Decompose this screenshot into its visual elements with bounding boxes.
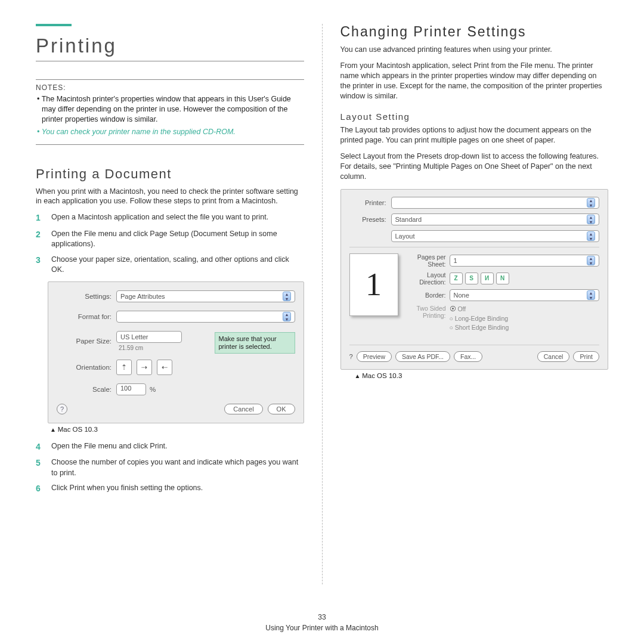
orientation-portrait-icon[interactable]: ⇡: [116, 360, 132, 375]
page-footer: 33 Using Your Printer with a Macintosh: [0, 613, 644, 632]
orientation-reverse-icon[interactable]: ⇠: [157, 360, 172, 375]
pages-per-sheet-select[interactable]: 1▴▾: [450, 255, 600, 267]
cancel-button[interactable]: Cancel: [224, 404, 262, 414]
notes-list: The Macintosh printer's properties windo…: [36, 94, 304, 145]
paragraph: The Layout tab provides options to adjus…: [340, 125, 609, 145]
layout-dir-icon[interactable]: И: [481, 273, 494, 284]
help-icon[interactable]: ?: [349, 353, 353, 360]
step-item: 5Choose the number of copies you want an…: [36, 457, 304, 478]
presets-select[interactable]: Standard▴▾: [391, 213, 600, 225]
chevron-updown-icon: ▴▾: [587, 231, 595, 241]
layout-dir-icon[interactable]: S: [465, 273, 478, 284]
format-for-select[interactable]: ▴▾: [116, 311, 295, 323]
fax-button[interactable]: Fax...: [454, 351, 482, 362]
paragraph: From your Macintosh application, select …: [340, 61, 609, 101]
step-item: 1Open a Macintosh application and select…: [36, 212, 304, 224]
paper-size-label: Paper Size:: [57, 338, 116, 345]
page-number: 33: [0, 613, 644, 621]
layout-preview: 1: [349, 253, 398, 316]
two-sided-label: Two Sided Printing:: [407, 305, 450, 319]
preview-button[interactable]: Preview: [357, 351, 392, 362]
left-column: Printing NOTES: The Macintosh printer's …: [18, 24, 323, 584]
save-pdf-button[interactable]: Save As PDF...: [395, 351, 450, 362]
printer-select[interactable]: ▴▾: [391, 197, 600, 209]
print-dialog: Printer: ▴▾ Presets: Standard▴▾ Layout▴▾…: [340, 189, 609, 370]
chevron-updown-icon: ▴▾: [587, 215, 595, 224]
scale-unit: %: [150, 386, 156, 393]
border-label: Border:: [407, 292, 450, 299]
format-for-label: Format for:: [57, 313, 116, 320]
scale-input[interactable]: 100: [116, 383, 146, 395]
orientation-landscape-icon[interactable]: ⇢: [137, 360, 152, 375]
border-select[interactable]: None▴▾: [450, 289, 600, 301]
page-setup-dialog: Settings: Page Attributes▴▾ Format for: …: [48, 281, 304, 423]
layout-dir-icon[interactable]: Z: [450, 273, 463, 284]
notes-label: NOTES:: [36, 79, 304, 92]
heading-printing: Printing: [36, 35, 304, 61]
scale-label: Scale:: [57, 386, 116, 393]
figure-caption: Mac OS 10.3: [355, 372, 609, 379]
radio-long[interactable]: Long-Edge Binding: [450, 314, 509, 324]
paragraph: Select Layout from the Presets drop-down…: [340, 151, 609, 182]
steps-list-2: 4Open the File menu and click Print. 5Ch…: [36, 441, 304, 495]
radio-short[interactable]: Short Edge Binding: [450, 323, 509, 333]
figure-caption: Mac OS 10.3: [50, 426, 304, 433]
print-button[interactable]: Print: [573, 351, 599, 362]
settings-select[interactable]: Page Attributes▴▾: [116, 290, 295, 302]
printer-label: Printer:: [349, 199, 391, 206]
presets-label: Presets:: [349, 216, 391, 223]
chevron-updown-icon: ▴▾: [587, 256, 595, 265]
chevron-updown-icon: ▴▾: [283, 312, 291, 321]
note-item: You can check your printer name in the s…: [36, 127, 304, 137]
cancel-button[interactable]: Cancel: [537, 351, 570, 362]
orientation-label: Orientation:: [57, 364, 116, 371]
footer-text: Using Your Printer with a Macintosh: [0, 624, 644, 632]
section-select[interactable]: Layout▴▾: [391, 230, 600, 242]
callout-note: Make sure that your printer is selected.: [215, 332, 295, 354]
step-item: 2Open the File menu and click Page Setup…: [36, 229, 304, 250]
orientation-buttons: ⇡ ⇢ ⇠: [116, 360, 172, 375]
steps-list-1: 1Open a Macintosh application and select…: [36, 212, 304, 275]
heading-printing-document: Printing a Document: [36, 166, 304, 182]
ok-button[interactable]: OK: [268, 404, 295, 414]
chevron-updown-icon: ▴▾: [587, 290, 595, 300]
heading-changing-settings: Changing Printer Settings: [340, 24, 609, 40]
chevron-updown-icon: ▴▾: [587, 198, 595, 208]
paper-size-select[interactable]: US Letter: [116, 331, 182, 343]
step-item: 6Click Print when you finish setting the…: [36, 483, 304, 495]
layout-direction-label: Layout Direction:: [407, 271, 450, 286]
settings-label: Settings:: [57, 293, 116, 300]
radio-off[interactable]: Off: [450, 305, 509, 314]
intro-paragraph: When you print with a Macintosh, you nee…: [36, 187, 304, 207]
help-icon[interactable]: ?: [57, 404, 67, 414]
note-item: The Macintosh printer's properties windo…: [36, 94, 304, 125]
step-item: 3Choose your paper size, orientation, sc…: [36, 255, 304, 275]
step-item: 4Open the File menu and click Print.: [36, 441, 304, 453]
right-column: Changing Printer Settings You can use ad…: [323, 24, 627, 584]
heading-layout-setting: Layout Setting: [340, 112, 609, 122]
pages-per-sheet-label: Pages per Sheet:: [407, 253, 450, 268]
layout-dir-icon[interactable]: N: [496, 273, 509, 284]
chevron-updown-icon: ▴▾: [283, 292, 291, 301]
accent-rule: [36, 24, 72, 26]
paragraph: You can use advanced printing features w…: [340, 45, 609, 55]
